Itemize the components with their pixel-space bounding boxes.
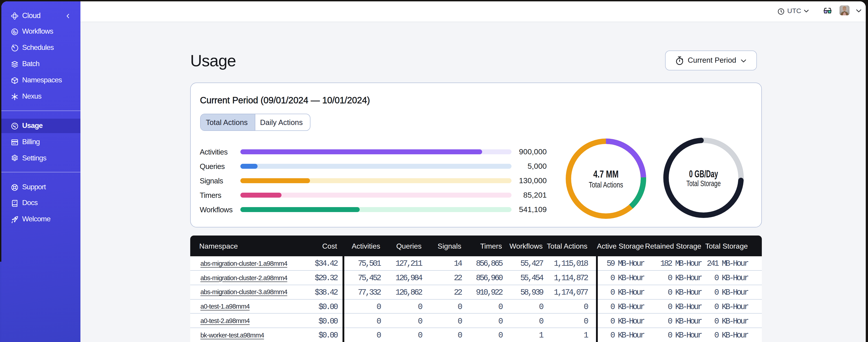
svg-text:4.7 MM: 4.7 MM <box>593 168 619 179</box>
svg-text:0 GB/Day: 0 GB/Day <box>689 168 718 179</box>
svg-text:Total Storage: Total Storage <box>686 179 721 188</box>
svg-text:Total Actions: Total Actions <box>589 180 623 189</box>
